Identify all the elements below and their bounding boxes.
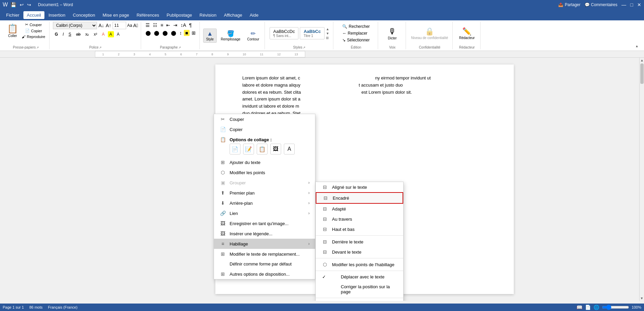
ctx-habillage[interactable]: ≡ Habillage › xyxy=(214,239,315,249)
ctx-modifier-texte[interactable]: ⊞ Modifier le texte de remplacement... xyxy=(214,249,315,259)
clear-format-icon[interactable]: A⃝ xyxy=(133,23,138,28)
menu-accueil[interactable]: Accueil xyxy=(23,11,44,19)
menu-revision[interactable]: Révision xyxy=(196,11,220,19)
indent-increase-button[interactable]: ⇥ xyxy=(172,22,178,29)
paste-icon-1[interactable]: 📄 xyxy=(230,144,240,154)
superscript-button[interactable]: x² xyxy=(92,31,99,37)
ctx-grouper[interactable]: ▣ Grouper › xyxy=(214,178,315,188)
ctx-copier[interactable]: 📄 Copier xyxy=(214,124,315,134)
paragraphe-dialog-icon[interactable]: ↗ xyxy=(178,46,181,49)
dicter-button[interactable]: 🎙 Dicter xyxy=(386,26,398,41)
scroll-thumb[interactable] xyxy=(640,63,644,84)
underline-button[interactable]: S xyxy=(67,31,73,37)
shading-button[interactable]: ■ xyxy=(184,30,189,36)
qa-undo[interactable]: ↩ xyxy=(19,1,24,8)
paste-icon-3[interactable]: 📋 xyxy=(257,144,268,154)
paste-icon-2[interactable]: 📝 xyxy=(243,144,254,154)
highlight-button[interactable]: A xyxy=(108,31,114,37)
paste-icon-4[interactable]: 🖼 xyxy=(270,144,281,154)
share-button[interactable]: 📤 Partager xyxy=(558,2,580,7)
style-button[interactable]: ▲ Style xyxy=(203,29,217,43)
presse-papiers-dialog-icon[interactable]: ↗ xyxy=(36,46,39,49)
sub-au-travers[interactable]: ⊟ Au travers xyxy=(316,214,403,224)
pilcrow-button[interactable]: ¶ xyxy=(188,22,193,29)
font-shade-button[interactable]: A xyxy=(115,31,121,37)
ctx-arriere-plan[interactable]: ⬇ Arrière-plan › xyxy=(214,198,315,208)
close-btn[interactable]: ✕ xyxy=(637,2,641,7)
sub-adapte[interactable]: ⊟ Adapté xyxy=(316,204,403,214)
menu-mise-en-page[interactable]: Mise en page xyxy=(99,11,133,19)
sub-encadre[interactable]: ⊟ Encadré xyxy=(316,192,403,204)
menu-publipostage[interactable]: Publipostage xyxy=(163,11,195,19)
format-painter-button[interactable]: 🖌 Reproduire xyxy=(20,34,46,39)
borders-button[interactable]: ⊞ xyxy=(191,30,197,36)
line-spacing-button[interactable]: ↕ xyxy=(178,30,183,36)
sub-haut-bas[interactable]: ⊟ Haut et bas xyxy=(316,224,403,234)
ribbon-collapse-button[interactable]: ▲ xyxy=(635,22,641,49)
contour-button[interactable]: ✏ Contour xyxy=(245,29,262,42)
multilevel-button[interactable]: ≡ xyxy=(159,22,164,29)
menu-insertion[interactable]: Insertion xyxy=(45,11,69,19)
subscript-button[interactable]: x₂ xyxy=(83,31,91,37)
font-color-button[interactable]: A xyxy=(100,31,106,37)
selectionner-button[interactable]: ↘ Sélectionner xyxy=(340,37,372,43)
sort-button[interactable]: ↕A xyxy=(179,22,187,29)
font-size-decrease-icon[interactable]: A↓ xyxy=(98,22,104,29)
comments-button[interactable]: 💬 Commentaires xyxy=(585,2,618,7)
menu-conception[interactable]: Conception xyxy=(70,11,99,19)
view-print[interactable]: 📄 xyxy=(585,305,591,310)
minimize-btn[interactable]: — xyxy=(622,2,626,7)
menu-aide[interactable]: Aide xyxy=(246,11,262,19)
redacteur-button[interactable]: ✏️ Rédacteur xyxy=(457,26,476,41)
sub-modifier-points-habillage[interactable]: ⬡ Modifier les points de l'habillage xyxy=(316,259,403,270)
sub-corriger-position[interactable]: Corriger la position sur la page xyxy=(316,282,403,297)
ctx-couper[interactable]: ✂ Couper xyxy=(214,114,315,124)
cut-button[interactable]: ✂ Couper xyxy=(20,22,46,28)
style-normal-item[interactable]: AaBbCcDc ¶ Sans int... xyxy=(270,27,299,39)
ctx-modifier-points[interactable]: ⬡ Modifier les points xyxy=(214,167,315,178)
right-scrollbar[interactable]: ▲ ▼ xyxy=(639,58,644,301)
sub-aligne-texte[interactable]: ⊟ Aligné sur le texte xyxy=(316,182,403,192)
sub-derriere-texte[interactable]: ⊟ Derrière le texte xyxy=(316,237,403,247)
align-left-button[interactable]: ⬤ xyxy=(144,30,152,36)
ctx-enregistrer[interactable]: 🖼 Enregistrer en tant qu'image... xyxy=(214,218,315,228)
styles-dialog-icon[interactable]: ↗ xyxy=(303,46,306,49)
align-center-button[interactable]: ⬤ xyxy=(153,30,160,36)
italic-button[interactable]: I xyxy=(61,31,65,37)
menu-fichier[interactable]: Fichier xyxy=(3,11,23,19)
ctx-premier-plan[interactable]: ⬆ Premier plan › xyxy=(214,188,315,198)
paste-icon-5[interactable]: A xyxy=(284,144,295,154)
font-name-select[interactable]: Calibri (Corps) xyxy=(53,22,97,29)
police-dialog-icon[interactable]: ↗ xyxy=(99,46,102,49)
sub-deplacer-texte[interactable]: ✓ Déplacer avec le texte xyxy=(316,272,403,282)
copy-button[interactable]: 📄 Copier xyxy=(20,28,46,34)
font-size-aa-icon[interactable]: Aa xyxy=(127,23,132,28)
menu-references[interactable]: Références xyxy=(133,11,162,19)
ctx-lien[interactable]: 🔗 Lien › xyxy=(214,208,315,218)
zoom-slider[interactable] xyxy=(602,305,629,310)
scroll-up-arrow[interactable]: ▲ xyxy=(640,58,644,63)
ctx-autres-options[interactable]: ⊞ Autres options de disposition... xyxy=(214,269,315,279)
view-web[interactable]: 🌐 xyxy=(593,305,599,310)
style-titre1-item[interactable]: AaBbCc Titre 1 xyxy=(300,27,325,39)
qa-redo[interactable]: ↪ xyxy=(26,1,32,8)
styles-scroll-down[interactable]: ▲ ▼ ⊞ xyxy=(326,27,329,40)
ctx-definir-forme[interactable]: Définir comme forme par défaut xyxy=(214,259,315,269)
align-right-button[interactable]: ⬤ xyxy=(161,30,169,36)
scroll-down-arrow[interactable]: ▼ xyxy=(640,296,644,300)
view-read-mode[interactable]: 📖 xyxy=(577,305,582,310)
coller-button[interactable]: 📋 Coller xyxy=(5,22,20,39)
bold-button[interactable]: G xyxy=(53,31,59,37)
maximize-btn[interactable]: □ xyxy=(630,2,633,7)
font-size-input[interactable] xyxy=(113,22,126,29)
numbering-button[interactable]: ☷ xyxy=(152,22,158,29)
bullets-button[interactable]: ☰ xyxy=(144,22,151,29)
remplacer-button[interactable]: ↔ Remplacer xyxy=(340,30,372,36)
strikethrough-button[interactable]: ab xyxy=(74,31,82,37)
indent-decrease-button[interactable]: ⇤ xyxy=(165,22,171,29)
remplissage-button[interactable]: 🪣 Remplissage xyxy=(218,29,243,42)
justify-button[interactable]: ⬤ xyxy=(170,30,177,36)
ctx-inserer-legende[interactable]: 🖼 Insérer une légende... xyxy=(214,228,315,239)
qa-save[interactable]: 💾 xyxy=(10,1,17,8)
ctx-ajouter-texte[interactable]: ⊞ Ajouter du texte xyxy=(214,157,315,167)
